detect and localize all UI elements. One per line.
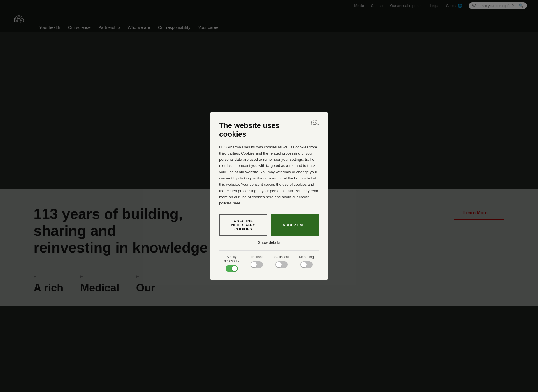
modal-leo-logo-icon: LEO <box>308 118 321 131</box>
toggle-statistical-label: Statistical <box>274 255 289 259</box>
toggle-functional: Functional <box>244 255 269 272</box>
toggle-statistical: Statistical <box>269 255 294 272</box>
btn-accept-all[interactable]: ACCEPT ALL <box>271 214 319 236</box>
cookie-here-link-2[interactable]: here. <box>233 201 242 205</box>
toggle-statistical-switch[interactable] <box>275 261 288 268</box>
cookie-btn-row: ONLY THE NECESSARY COOKIES ACCEPT ALL <box>219 214 319 236</box>
toggle-strictly-necessary-switch[interactable] <box>226 265 238 272</box>
toggle-strictly-necessary-label: Strictly necessary <box>219 255 244 263</box>
cookie-here-link-1[interactable]: here <box>266 195 273 199</box>
modal-logo-area: LEO <box>308 118 321 132</box>
cookie-toggles-area: Strictly necessary Functional Statis <box>219 250 319 272</box>
toggle-marketing-switch[interactable] <box>300 261 313 268</box>
cookie-modal-title: The website uses cookies <box>219 121 319 139</box>
toggle-marketing: Marketing <box>294 255 319 272</box>
cookie-modal: LEO The website uses cookies LEO Pharma … <box>210 112 328 280</box>
btn-necessary-cookies[interactable]: ONLY THE NECESSARY COOKIES <box>219 214 267 236</box>
toggle-strictly-necessary: Strictly necessary <box>219 255 244 272</box>
toggle-functional-switch[interactable] <box>251 261 263 268</box>
cookie-overlay: LEO The website uses cookies LEO Pharma … <box>0 0 538 392</box>
toggle-functional-label: Functional <box>249 255 264 259</box>
toggle-marketing-label: Marketing <box>299 255 314 259</box>
cookie-modal-body: LEO Pharma uses its own cookies as well … <box>219 144 319 207</box>
show-details-link[interactable]: Show details <box>219 240 319 245</box>
